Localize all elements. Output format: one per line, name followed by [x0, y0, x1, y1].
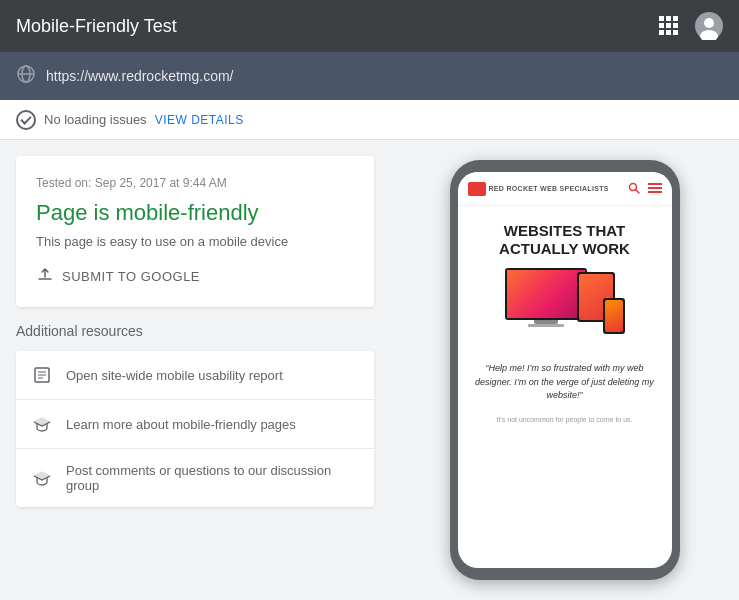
- app-title: Mobile-Friendly Test: [16, 16, 177, 37]
- resource-item-usability[interactable]: Open site-wide mobile usability report: [16, 351, 374, 400]
- phone-mockup: RED ROCKET WEB SPECIALISTS: [450, 160, 680, 580]
- svg-rect-6: [659, 30, 664, 35]
- logo-red-block: [468, 182, 486, 196]
- svg-rect-0: [659, 16, 664, 21]
- svg-rect-4: [666, 23, 671, 28]
- app-header: Mobile-Friendly Test: [0, 0, 739, 52]
- status-bar: No loading issues VIEW DETAILS: [0, 100, 739, 140]
- view-details-link[interactable]: VIEW DETAILS: [155, 113, 244, 127]
- site-search-icon: [628, 181, 640, 197]
- report-icon: [32, 365, 52, 385]
- svg-line-20: [635, 189, 639, 193]
- resource-text-usability: Open site-wide mobile usability report: [66, 368, 283, 383]
- logo-text: RED ROCKET WEB SPECIALISTS: [489, 185, 609, 192]
- learn-icon: [32, 414, 52, 434]
- resources-list: Open site-wide mobile usability report L…: [16, 351, 374, 507]
- url-text: https://www.redrocketmg.com/: [46, 68, 234, 84]
- result-card: Tested on: Sep 25, 2017 at 9:44 AM Page …: [16, 156, 374, 307]
- tested-on-text: Tested on: Sep 25, 2017 at 9:44 AM: [36, 176, 354, 190]
- site-menu-icon: [648, 181, 662, 197]
- grid-icon[interactable]: [655, 12, 683, 40]
- right-panel: RED ROCKET WEB SPECIALISTS: [390, 140, 739, 600]
- resource-item-learn[interactable]: Learn more about mobile-friendly pages: [16, 400, 374, 449]
- svg-rect-5: [673, 23, 678, 28]
- status-text: No loading issues: [44, 112, 147, 127]
- upload-icon: [36, 265, 54, 287]
- url-bar: https://www.redrocketmg.com/: [0, 52, 739, 100]
- site-preview-header: RED ROCKET WEB SPECIALISTS: [458, 172, 672, 206]
- main-layout: Tested on: Sep 25, 2017 at 9:44 AM Page …: [0, 140, 739, 600]
- devices-illustration: [505, 268, 625, 338]
- svg-point-10: [704, 18, 714, 28]
- svg-rect-2: [673, 16, 678, 21]
- svg-rect-1: [666, 16, 671, 21]
- resource-text-learn: Learn more about mobile-friendly pages: [66, 417, 296, 432]
- additional-resources-title: Additional resources: [16, 323, 374, 339]
- discuss-icon: [32, 468, 52, 488]
- globe-icon: [16, 64, 36, 89]
- svg-rect-3: [659, 23, 664, 28]
- resource-text-discuss: Post comments or questions to our discus…: [66, 463, 358, 493]
- submit-to-google-button[interactable]: SUBMIT TO GOOGLE: [36, 265, 200, 287]
- left-panel: Tested on: Sep 25, 2017 at 9:44 AM Page …: [0, 140, 390, 600]
- site-quote-text: “Help me! I’m so frustrated with my web …: [470, 362, 660, 403]
- additional-resources-section: Additional resources Open site-wide mobi…: [16, 323, 374, 507]
- site-logo: RED ROCKET WEB SPECIALISTS: [468, 182, 609, 196]
- site-header-icons: [628, 181, 662, 197]
- phone-screen: RED ROCKET WEB SPECIALISTS: [458, 172, 672, 568]
- site-footer: It’s not uncommon for people to come to …: [458, 411, 672, 429]
- mobile-friendly-desc: This page is easy to use on a mobile dev…: [36, 234, 354, 249]
- site-hero: WEBSITES THATACTUALLY WORK: [458, 206, 672, 354]
- resource-item-discuss[interactable]: Post comments or questions to our discus…: [16, 449, 374, 507]
- avatar-icon[interactable]: [695, 12, 723, 40]
- site-footer-text: It’s not uncommon for people to come to …: [458, 411, 672, 429]
- header-actions: [655, 12, 723, 40]
- svg-rect-8: [673, 30, 678, 35]
- svg-rect-7: [666, 30, 671, 35]
- status-check-icon: [16, 110, 36, 130]
- mobile-friendly-title: Page is mobile-friendly: [36, 200, 354, 226]
- site-hero-title: WEBSITES THATACTUALLY WORK: [470, 222, 660, 258]
- site-quote: “Help me! I’m so frustrated with my web …: [458, 354, 672, 411]
- submit-btn-label: SUBMIT TO GOOGLE: [62, 269, 200, 284]
